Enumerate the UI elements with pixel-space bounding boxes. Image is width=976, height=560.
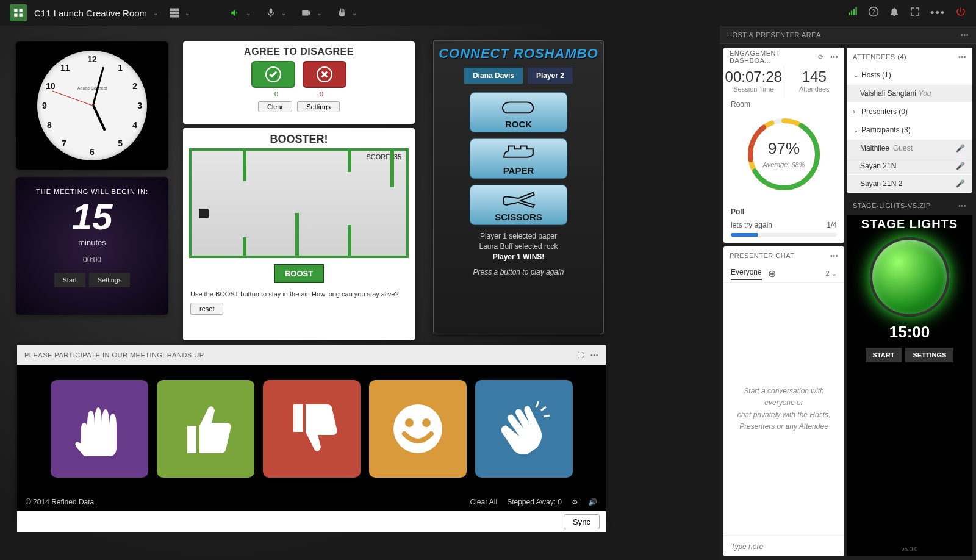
engagement-title: ENGAGEMENT DASHBOA...: [730, 49, 812, 64]
sync-button[interactable]: Sync: [564, 514, 600, 529]
rock-button[interactable]: ROCK: [470, 92, 567, 132]
check-icon: [265, 66, 281, 82]
hosts-group-toggle[interactable]: ⌄ Hosts (1): [847, 66, 972, 84]
engagement-avg: Average: 68%: [744, 161, 824, 168]
attendee-row[interactable]: Sayan 21N 2 🎤: [847, 175, 972, 192]
countdown-start-button[interactable]: Start: [54, 273, 85, 287]
pod-menu-icon[interactable]: •••: [830, 53, 838, 60]
agree-yes-count: 0: [274, 90, 278, 98]
thumbs-down-card[interactable]: [263, 380, 361, 478]
presenters-group-toggle[interactable]: › Presenters (0): [847, 102, 972, 121]
chevron-down-icon: ⌄: [853, 71, 861, 79]
clear-all-link[interactable]: Clear All: [470, 498, 497, 506]
stage-settings-button[interactable]: SETTINGS: [905, 348, 953, 362]
speaker-button[interactable]: ⌄: [226, 5, 254, 21]
svg-rect-0: [14, 9, 17, 12]
svg-rect-7: [170, 12, 173, 15]
second-hand: [52, 91, 93, 106]
pod-menu-icon[interactable]: •••: [590, 351, 598, 359]
poll-label: Poll: [731, 207, 837, 216]
agree-clear-button[interactable]: Clear: [258, 101, 292, 112]
chat-count[interactable]: 2 ⌄: [826, 270, 837, 278]
raise-hand-card[interactable]: [51, 380, 148, 478]
x-icon: [317, 66, 332, 82]
gear-icon[interactable]: ⚙: [572, 498, 578, 506]
booster-arena[interactable]: SCORE: 35: [189, 148, 409, 258]
rock-icon: [497, 96, 540, 117]
svg-rect-4: [170, 9, 173, 12]
stage-lights-pod: STAGE-LIGHTS-VS.ZIP ••• STAGE LIGHTS 15:…: [847, 196, 972, 556]
room-name-dropdown[interactable]: C11 Launch Creative Room ⌄: [34, 8, 158, 18]
booster-score: SCORE: 35: [367, 153, 401, 160]
agree-title: AGREE TO DISAGREE: [183, 41, 415, 61]
mic-icon: 🎤: [956, 179, 965, 188]
chevron-down-icon: ⌄: [853, 126, 861, 134]
attendee-row[interactable]: Sayan 21N 🎤: [847, 157, 972, 174]
stage-start-button[interactable]: START: [866, 348, 902, 362]
svg-rect-6: [176, 9, 179, 12]
paper-button[interactable]: PAPER: [470, 138, 567, 179]
thumbs-up-card[interactable]: [157, 380, 254, 478]
svg-rect-11: [173, 15, 176, 18]
chat-input[interactable]: [731, 542, 837, 551]
volume-icon[interactable]: 🔊: [588, 498, 597, 506]
svg-rect-16: [856, 7, 857, 16]
pod-menu-icon[interactable]: •••: [830, 252, 838, 259]
participants-group-toggle[interactable]: ⌄ Participants (3): [847, 121, 972, 139]
attendees-title: ATTENDEES (4): [853, 53, 906, 60]
player1-button[interactable]: Diana Davis: [464, 68, 523, 84]
thumbs-down-icon: [281, 398, 342, 459]
agree-yes-button[interactable]: [251, 61, 295, 88]
stepped-away-label: Stepped Away: 0: [507, 498, 562, 506]
app-logo[interactable]: [10, 4, 27, 21]
host-area-menu-icon[interactable]: •••: [961, 31, 969, 38]
session-time-value: 00:07:28: [723, 68, 784, 85]
applause-card[interactable]: [475, 380, 573, 478]
svg-text:?: ?: [872, 8, 875, 15]
hand-icon: [69, 398, 130, 459]
paper-icon: [497, 143, 540, 163]
countdown-label: THE MEETING WILL BEGIN IN:: [22, 188, 162, 195]
chat-placeholder: Start a conversation with everyone or ch…: [736, 386, 832, 433]
fullscreen-icon[interactable]: ⛶: [577, 351, 584, 359]
booster-reset-button[interactable]: reset: [190, 303, 223, 315]
countdown-timer: 00:00: [22, 256, 162, 264]
camera-button[interactable]: ⌄: [297, 5, 325, 21]
layouts-button[interactable]: ⌄: [165, 5, 193, 21]
session-time-label: Session Time: [723, 85, 784, 93]
hands-copyright: © 2014 Refined Data: [26, 498, 94, 506]
stage-version: v5.0.0: [847, 546, 972, 556]
fullscreen-icon[interactable]: [910, 6, 920, 20]
svg-point-23: [422, 418, 431, 427]
clock-pod: 12 1 2 3 4 5 6 7 8 9 10 11 Adobe Connect: [16, 41, 168, 170]
host-area-title: HOST & PRESENTER AREA: [727, 31, 821, 38]
boost-button[interactable]: BOOST: [274, 264, 324, 283]
booster-ball: [199, 209, 209, 218]
refresh-icon[interactable]: ⟳: [818, 53, 824, 61]
chat-tab-everyone[interactable]: Everyone: [731, 268, 762, 280]
attendee-count-label: Attendees: [784, 85, 845, 93]
pod-menu-icon[interactable]: •••: [958, 53, 966, 60]
scissors-button[interactable]: SCISSORS: [470, 185, 567, 225]
agree-no-button[interactable]: [303, 61, 346, 88]
power-icon[interactable]: [955, 6, 966, 20]
stage-light-indicator: [870, 237, 949, 317]
attendee-row[interactable]: Maithilee Guest 🎤: [847, 140, 972, 157]
chevron-down-icon: ⌄: [153, 10, 158, 16]
svg-rect-3: [20, 14, 23, 17]
add-chat-tab-icon[interactable]: ⊕: [768, 268, 776, 279]
signal-icon[interactable]: [847, 6, 858, 20]
agree-settings-button[interactable]: Settings: [297, 101, 340, 112]
player2-button[interactable]: Player 2: [528, 68, 573, 84]
more-icon[interactable]: •••: [930, 7, 946, 20]
poll-count: 1/4: [827, 221, 837, 229]
help-icon[interactable]: ?: [868, 6, 879, 20]
hands-title: PLEASE PARTICIPATE IN OUR MEETING: HANDS…: [24, 351, 204, 359]
countdown-settings-button[interactable]: Settings: [89, 273, 131, 287]
microphone-button[interactable]: ⌄: [262, 5, 290, 21]
pod-menu-icon[interactable]: •••: [958, 202, 966, 209]
bell-icon[interactable]: [889, 6, 900, 20]
smiley-card[interactable]: [369, 380, 467, 478]
raise-hand-button[interactable]: ⌄: [332, 5, 361, 21]
attendee-row[interactable]: Vaishali Sangtani You: [847, 85, 972, 102]
